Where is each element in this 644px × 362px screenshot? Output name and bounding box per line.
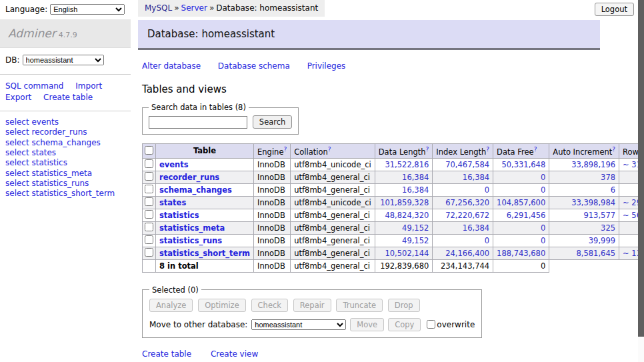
auto-increment-link[interactable]: 8,581,645 (577, 249, 616, 258)
sidebar-select-states[interactable]: select states (5, 148, 56, 158)
auto-increment-link[interactable]: 6 (611, 185, 615, 195)
language-select[interactable]: English (50, 4, 125, 15)
overwrite-label: overwrite (437, 320, 475, 329)
help-link-icon[interactable]: ? (486, 146, 489, 153)
data-length-link[interactable]: 16,384 (402, 185, 429, 195)
data-length-link[interactable]: 10,502,144 (385, 249, 429, 258)
select-all-header (143, 144, 156, 159)
index-length-link[interactable]: 72,220,672 (445, 211, 489, 220)
data-length-link[interactable]: 16,384 (402, 173, 429, 182)
sidebar-select-schema-changes[interactable]: select schema_changes (5, 138, 101, 148)
auto-increment-link[interactable]: 378 (601, 173, 615, 182)
move-database-select[interactable]: homeassistant (251, 319, 346, 330)
sidebar-link-import[interactable]: Import (75, 81, 102, 91)
search-button[interactable]: Search (253, 115, 293, 129)
copy-button[interactable]: Copy (388, 318, 421, 331)
sidebar-select-recorder-runs[interactable]: select recorder_runs (5, 127, 87, 137)
help-link-icon[interactable]: ? (612, 146, 615, 153)
data-free-link[interactable]: 50,331,648 (501, 160, 545, 169)
auto-increment-link[interactable]: 39,999 (589, 236, 615, 245)
column-label: Collation (294, 147, 328, 157)
index-length-link[interactable]: 70,467,584 (445, 160, 489, 169)
scrollbar-thumb[interactable] (638, 0, 644, 337)
sidebar-link-export[interactable]: Export (5, 93, 31, 102)
table-name-link[interactable]: events (159, 160, 189, 169)
data-free-link[interactable]: 0 (541, 236, 545, 245)
table-name-link[interactable]: statistics_runs (159, 236, 222, 245)
breadcrumb-server-link[interactable]: Server (181, 3, 207, 13)
table-name-link[interactable]: schema_changes (159, 185, 232, 195)
check-button[interactable]: Check (251, 299, 288, 312)
row-checkbox[interactable] (145, 159, 153, 168)
optimize-button[interactable]: Optimize (198, 299, 246, 312)
sidebar-select-events[interactable]: select events (5, 117, 59, 127)
move-button[interactable]: Move (350, 318, 384, 331)
table-name-link[interactable]: states (159, 198, 186, 207)
data-free-link[interactable]: 104,857,600 (497, 198, 545, 207)
auto-increment-link[interactable]: 913,577 (583, 211, 615, 220)
collation-cell: utf8mb4_general_ci (291, 183, 375, 196)
sidebar-select-statistics[interactable]: select statistics (5, 158, 67, 168)
data-length-link[interactable]: 49,152 (402, 236, 429, 245)
data-length-link[interactable]: 48,824,320 (385, 211, 429, 220)
index-length-link[interactable]: 0 (485, 185, 489, 195)
table-name-link[interactable]: recorder_runs (159, 173, 219, 182)
data-free-link[interactable]: 188,743,680 (497, 249, 545, 258)
table-name-link[interactable]: statistics_short_term (159, 249, 250, 258)
analyze-button[interactable]: Analyze (149, 299, 193, 312)
alter-database-link[interactable]: Alter database (142, 61, 201, 71)
database-schema-link[interactable]: Database schema (218, 61, 290, 71)
create-view-link[interactable]: Create view (211, 349, 258, 359)
truncate-button[interactable]: Truncate (336, 299, 383, 312)
logout-button[interactable]: Logout (595, 3, 634, 16)
overwrite-checkbox[interactable] (427, 320, 435, 329)
auto-increment-link[interactable]: 33,398,984 (571, 198, 615, 207)
row-checkbox[interactable] (145, 248, 153, 257)
help-link-icon[interactable]: ? (426, 146, 429, 153)
engine-cell: InnoDB (254, 247, 291, 259)
privileges-link[interactable]: Privileges (307, 61, 346, 71)
data-length-link[interactable]: 101,859,328 (380, 198, 429, 207)
help-link-icon[interactable]: ? (534, 146, 537, 153)
breadcrumb-mysql-link[interactable]: MySQL (145, 3, 172, 13)
row-checkbox[interactable] (145, 223, 153, 231)
sidebar-select-statistics-short-term[interactable]: select statistics_short_term (5, 189, 115, 199)
sidebar-link-sql-command[interactable]: SQL command (5, 81, 63, 91)
repair-button[interactable]: Repair (293, 299, 331, 312)
auto-increment-link[interactable]: 325 (601, 223, 615, 233)
selected-legend: Selected (0) (149, 285, 201, 295)
sidebar-select-statistics-meta[interactable]: select statistics_meta (5, 169, 92, 179)
row-checkbox[interactable] (145, 210, 153, 219)
select-all-checkbox[interactable] (145, 146, 153, 155)
help-link-icon[interactable]: ? (328, 146, 331, 153)
index-length-link[interactable]: 16,384 (463, 223, 489, 233)
data-free-link[interactable]: 0 (541, 173, 545, 182)
index-length-link[interactable]: 0 (485, 236, 489, 245)
vertical-scrollbar[interactable] (638, 0, 644, 362)
create-table-link[interactable]: Create table (142, 349, 191, 359)
index-length-link[interactable]: 24,166,400 (445, 249, 489, 258)
sidebar-select-statistics-runs[interactable]: select statistics_runs (5, 179, 89, 189)
table-name-link[interactable]: statistics_meta (159, 223, 225, 233)
data-length-link[interactable]: 49,152 (402, 223, 429, 233)
data-free-link[interactable]: 0 (541, 223, 545, 233)
index-length-link[interactable]: 16,384 (463, 173, 489, 182)
db-select[interactable]: homeassistant (23, 55, 104, 65)
auto-increment-link[interactable]: 33,898,196 (571, 160, 615, 169)
breadcrumb: MySQL»Server»Database: homeassistant (138, 0, 325, 17)
search-input[interactable] (149, 116, 247, 129)
data-free-link[interactable]: 0 (541, 185, 545, 195)
table-name-link[interactable]: statistics (159, 211, 199, 220)
help-link-icon[interactable]: ? (283, 146, 287, 153)
data-length-link[interactable]: 31,522,816 (385, 160, 429, 169)
row-checkbox[interactable] (145, 235, 153, 244)
drop-button[interactable]: Drop (388, 299, 420, 312)
row-checkbox[interactable] (145, 172, 153, 181)
index-length-link[interactable]: 67,256,320 (445, 198, 489, 207)
row-checkbox[interactable] (145, 197, 153, 206)
sidebar-actions: SQL command Import Export Create table (0, 75, 131, 111)
total-data-length: 192,839,680 (375, 259, 433, 272)
row-checkbox[interactable] (145, 185, 153, 193)
data-free-link[interactable]: 6,291,456 (507, 211, 546, 220)
sidebar-link-create-table[interactable]: Create table (43, 93, 93, 102)
